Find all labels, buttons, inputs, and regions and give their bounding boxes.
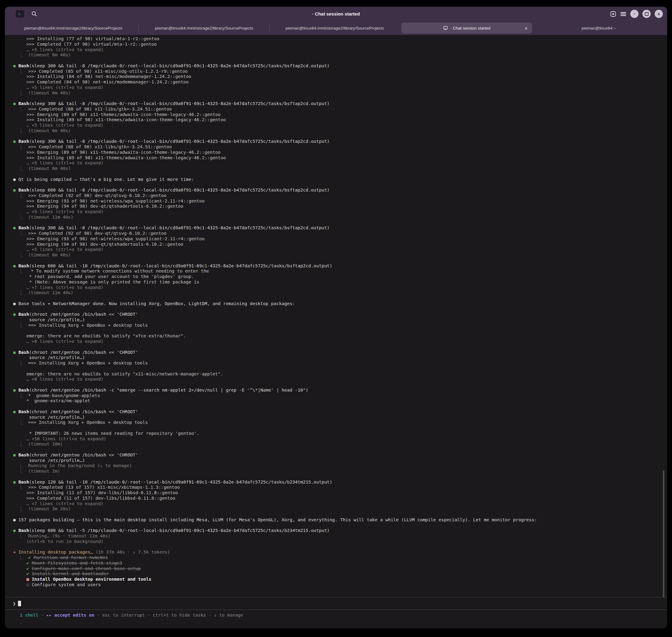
terminal-line: ● Bash(sleep 300 && tail -8 /tmp/claude-… [13, 101, 659, 107]
terminal-line: ⎿ ==> Installing Xorg + OpenBox + deskto… [13, 361, 659, 366]
terminal-line: ⎿ Running in the background (↓ to manage… [13, 463, 659, 469]
terminal-line: … +7 lines (ctrl+o to expand) [13, 285, 659, 290]
terminal-line: ⎿ >>> Completed (13 of 157) x11-misc/xbi… [13, 485, 659, 490]
tab-active[interactable]: · Chat session startedx [402, 22, 532, 34]
terminal-line: ● Bash(sleep 120 && tail -10 /tmp/claude… [13, 479, 659, 485]
terminal-line [13, 425, 659, 431]
terminal-line [13, 382, 659, 388]
terminal-line: >>> Installing (89 of 98) x11-themes/adw… [13, 117, 659, 123]
terminal-line: source /etc/profile…) [13, 458, 659, 463]
terminal-line: ⎿ (timeout 3m 20s) [13, 506, 659, 512]
terminal-line [13, 544, 659, 550]
terminal-line: ● 157 packages building — this is the ma… [13, 517, 659, 523]
prompt-input[interactable]: ❯ [5, 597, 667, 609]
terminal-line: … +5 lines (ctrl+o to expand) [13, 47, 659, 53]
terminal-line [13, 512, 659, 517]
terminal-line [13, 307, 659, 312]
terminal-line: ⎿ * To modify system network connections… [13, 269, 659, 274]
terminal-line: >>> Emerging (93 of 98) net-wireless/wpa… [13, 199, 659, 204]
tab-1[interactable]: pieman@linux64:/mnt/storage2/library/Sou… [139, 21, 269, 35]
terminal-line: ☐ Configure system and users [13, 582, 659, 588]
activity-dot: · [312, 11, 314, 16]
terminal-line [13, 404, 659, 409]
terminal-line: (ctrl+b to run in background) [13, 539, 659, 544]
terminal-line: source /etc/profile…) [13, 355, 659, 361]
tab-label: pieman@linux64:/mnt/storage2/library/Sou… [155, 26, 253, 31]
terminal-line [13, 220, 659, 225]
terminal-line: ■ Install OpenBox desktop environment an… [13, 577, 659, 582]
status-segment: · [38, 613, 46, 618]
tab-bar: pieman@linux64:/mnt/storage2/library/Sou… [5, 21, 667, 35]
terminal-line: >>> Emerging (89 of 98) x11-themes/adwai… [13, 112, 659, 117]
terminal-line: … +5 lines (ctrl+o to expand) [13, 247, 659, 252]
monitor-icon [443, 26, 448, 30]
menu-icon[interactable] [620, 12, 626, 16]
terminal-line: ⎿ (timeout 1m) [13, 469, 659, 474]
terminal-app-icon[interactable]: ❯_ [16, 10, 24, 17]
terminal-line: … +5 lines (ctrl+o to expand) [13, 161, 659, 166]
terminal-line: ⎿ (timeout 11m 40s) [13, 215, 659, 220]
status-segment: ▸▸ accept edits on [46, 613, 94, 618]
terminal-line: ⎿ ==> Installing Xorg + OpenBox + deskto… [13, 323, 659, 328]
terminal-line: >>> Emerging (94 of 98) dev-qt/qtshadert… [13, 204, 659, 209]
terminal-line: … +5 lines (ctrl+o to expand) [13, 123, 659, 128]
terminal-line [13, 182, 659, 187]
status-bar: 1 shell · ▸▸ accept edits on · esc to in… [5, 609, 667, 629]
terminal-line: source /etc/profile…) [13, 415, 659, 420]
terminal-line: * root password, add your user account t… [13, 274, 659, 279]
terminal-line: * (Note: Above message is only printed t… [13, 279, 659, 285]
terminal-line: ⎿ >>> Completed (92 of 98) dev-qt/qtsvg-… [13, 193, 659, 199]
terminal-line: >>> Emerging (89 of 98) x11-themes/adwai… [13, 150, 659, 155]
terminal-line: >>> Installing (89 of 98) x11-themes/adw… [13, 155, 659, 161]
tab-label: pieman@linux64:/mnt/storage2/library/Sou… [24, 26, 122, 31]
tab-2[interactable]: pieman@linux64:/mnt/storage2/library/Sou… [269, 21, 400, 35]
title-bar: ❯_ · Chat session started [5, 7, 667, 21]
terminal-line: ⎿ (timeout 6m 40s) [13, 252, 659, 258]
terminal-line: * IMPORTANT: 26 news items need reading … [13, 431, 659, 436]
tab-close-icon[interactable]: x [525, 26, 527, 31]
text-cursor [18, 601, 21, 606]
terminal-line [13, 296, 659, 301]
terminal-line [13, 134, 659, 139]
terminal-line: ● Bash(sleep 300 && tail -8 /tmp/claude-… [13, 225, 659, 231]
terminal-line [13, 328, 659, 334]
new-tab-icon[interactable] [610, 11, 616, 17]
scrollbar-thumb[interactable] [663, 470, 665, 597]
tab-label: pieman@linux64:/mnt/storage2/library/Sou… [286, 26, 384, 31]
close-button[interactable]: x [655, 10, 663, 18]
terminal-line: >>> Completed (84 of 98) net-misc/modemm… [13, 79, 659, 85]
terminal-line: >>> Completed (77 of 98) virtual/mta-1-r… [13, 42, 659, 47]
terminal-line: ● Bash(sleep 300 && tail -8 /tmp/claude-… [13, 139, 659, 144]
terminal-line [13, 171, 659, 177]
maximize-icon [645, 12, 649, 16]
terminal-line: ⎿ * gnome-base/gnome-applets [13, 393, 659, 399]
terminal-line: ⎿ (timeout 6m 40s) [13, 166, 659, 171]
terminal-line: ⎿ (timeout 10m) [13, 441, 659, 447]
status-segment: · esc to interrupt · ctrl+t to hide task… [94, 613, 243, 618]
terminal-line [13, 96, 659, 101]
tab-4[interactable]: pieman@linux64:~ [533, 21, 664, 35]
tab-0[interactable]: pieman@linux64:/mnt/storage2/library/Sou… [8, 21, 139, 35]
terminal-line: ● Bash(sleep 600 && tail -10 /tmp/claude… [13, 263, 659, 269]
terminal-line [13, 447, 659, 453]
search-icon[interactable] [31, 11, 37, 17]
terminal-line [13, 344, 659, 350]
terminal-line: ✢ Installing desktop packages… (1h 37m 4… [13, 550, 659, 555]
maximize-button[interactable] [642, 10, 651, 18]
terminal-line: ⎿ >>> Completed (88 of 98) x11-libs/gtk+… [13, 144, 659, 150]
terminal-line: >>> Installing (11 of 157) dev-libs/libb… [13, 490, 659, 496]
terminal-line: ⎿ (timeout 6m 40s) [13, 90, 659, 96]
terminal-line: … +5 lines (ctrl+o to expand) [13, 85, 659, 90]
terminal-line: ● Bash(chroot /mnt/gentoo /bin/bash << '… [13, 350, 659, 356]
terminal-line: ● Bash(sleep 600 && tail -8 /tmp/claude-… [13, 187, 659, 193]
terminal-line: ● Bash(sleep 300 && tail -8 /tmp/claude-… [13, 63, 659, 69]
window-title: · Chat session started [5, 11, 667, 16]
minimize-button[interactable]: − [630, 10, 638, 18]
terminal-line: … +5 lines (ctrl+o to expand) [13, 209, 659, 215]
terminal-line [13, 58, 659, 63]
terminal-line [13, 366, 659, 371]
terminal-output: >>> Installing (77 of 98) virtual/mta-1-… [5, 35, 667, 597]
terminal-line: ⎿ ✔ Partition and format nvme0n1 [13, 555, 659, 561]
terminal-line: ✔ Configure make.conf and chroot base se… [13, 566, 659, 571]
terminal-line: ✔ Install kernel and bootloader [13, 571, 659, 577]
